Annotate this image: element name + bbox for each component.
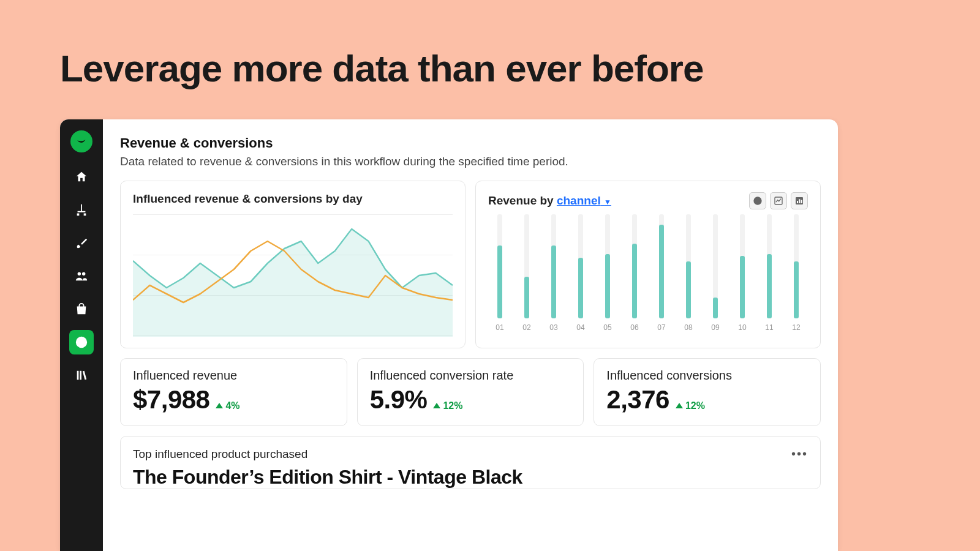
bar-label: 03 — [549, 323, 557, 332]
hero-title: Leverage more data than ever before — [60, 47, 703, 90]
card-title: Influenced revenue & conversions by day — [133, 192, 453, 206]
caret-down-icon: ▼ — [604, 198, 611, 206]
chart-type-bar-button[interactable] — [791, 192, 808, 209]
bar-label: 02 — [522, 323, 530, 332]
bar[interactable] — [632, 214, 637, 318]
kpi-value: 2,376 — [606, 385, 669, 414]
bar[interactable] — [605, 214, 610, 318]
bar[interactable] — [578, 214, 583, 318]
bar[interactable] — [767, 214, 772, 318]
kpi-label: Influenced conversions — [606, 369, 808, 383]
kpi-label: Influenced revenue — [133, 369, 334, 383]
card-revenue-by-channel: Revenue by channel ▼ 010203 — [475, 181, 821, 348]
sidebar-item-library[interactable] — [69, 363, 94, 388]
sidebar — [60, 119, 103, 551]
bar[interactable] — [686, 214, 691, 318]
bar[interactable] — [497, 214, 502, 318]
bar-slot: 02 — [518, 214, 536, 337]
sidebar-item-brush[interactable] — [69, 231, 94, 255]
kpi-row: Influenced revenue$7,9884%Influenced con… — [120, 358, 821, 426]
kpi-label: Influenced conversion rate — [370, 369, 571, 383]
bar-slot: 03 — [545, 214, 563, 337]
bar-label: 01 — [496, 323, 503, 332]
bar-slot: 07 — [652, 214, 671, 337]
kpi-delta: 12% — [676, 400, 705, 411]
brand-logo[interactable] — [70, 130, 92, 152]
bar-slot: 11 — [760, 214, 778, 337]
kpi-delta: 12% — [433, 400, 462, 411]
top-product-label: Top influenced product purchased — [133, 448, 808, 461]
bar[interactable] — [740, 214, 745, 318]
bar-label: 05 — [603, 323, 611, 332]
bar-label: 06 — [630, 323, 638, 332]
bar[interactable] — [551, 214, 556, 318]
section-subtitle: Data related to revenue & conversions in… — [120, 155, 821, 168]
bar-slot: 04 — [571, 214, 590, 337]
card-top-product: ••• Top influenced product purchased The… — [120, 436, 821, 489]
bar-label: 08 — [684, 323, 692, 332]
section-title: Revenue & conversions — [120, 135, 821, 151]
chart-type-line-button[interactable] — [770, 192, 787, 209]
chart-type-pie-button[interactable] — [749, 192, 766, 209]
top-product-name: The Founder’s Edition Shirt - Vintage Bl… — [133, 466, 808, 489]
bar[interactable] — [524, 214, 529, 318]
bar-slot: 01 — [491, 214, 509, 337]
bar[interactable] — [659, 214, 664, 318]
bar-chart: 010203040506070809101112 — [488, 214, 808, 337]
kpi-value: $7,988 — [133, 385, 209, 414]
bar-label: 04 — [576, 323, 584, 332]
bar-label: 09 — [711, 323, 719, 332]
sidebar-item-bag[interactable] — [69, 297, 94, 321]
svg-rect-4 — [801, 200, 802, 203]
kpi-delta: 4% — [216, 400, 239, 411]
bar[interactable] — [794, 214, 799, 318]
bar-label: 10 — [738, 323, 746, 332]
trend-up-icon — [433, 403, 440, 408]
more-icon[interactable]: ••• — [791, 448, 808, 460]
main-content: Revenue & conversions Data related to re… — [103, 119, 838, 551]
kpi-value: 5.9% — [370, 385, 428, 414]
bar-slot: 12 — [787, 214, 805, 337]
trend-up-icon — [676, 403, 683, 408]
bar-label: 07 — [657, 323, 665, 332]
card-title: Revenue by channel ▼ — [488, 194, 611, 208]
card-title-prefix: Revenue by — [488, 194, 557, 207]
bar-slot: 09 — [706, 214, 725, 337]
bar-slot: 05 — [598, 214, 617, 337]
line-chart — [133, 214, 453, 337]
bar[interactable] — [713, 214, 718, 318]
sidebar-item-home[interactable] — [69, 165, 94, 189]
sidebar-item-analytics[interactable] — [69, 330, 94, 354]
chart-type-toggle — [749, 192, 808, 209]
svg-rect-2 — [797, 201, 798, 203]
bar-slot: 06 — [625, 214, 644, 337]
sidebar-item-users[interactable] — [69, 264, 94, 288]
bar-slot: 08 — [679, 214, 698, 337]
trend-up-icon — [216, 403, 223, 408]
channel-dropdown[interactable]: channel ▼ — [557, 194, 611, 207]
app-frame: Revenue & conversions Data related to re… — [60, 119, 838, 551]
kpi-card: Influenced conversions2,37612% — [594, 358, 821, 426]
svg-rect-3 — [799, 199, 800, 203]
bar-label: 11 — [765, 323, 773, 332]
sidebar-item-sitemap[interactable] — [69, 198, 94, 222]
kpi-card: Influenced conversion rate5.9%12% — [357, 358, 584, 426]
bar-slot: 10 — [733, 214, 752, 337]
bar-label: 12 — [792, 323, 800, 332]
kpi-card: Influenced revenue$7,9884% — [120, 358, 347, 426]
card-revenue-conversions-by-day: Influenced revenue & conversions by day — [120, 181, 466, 348]
